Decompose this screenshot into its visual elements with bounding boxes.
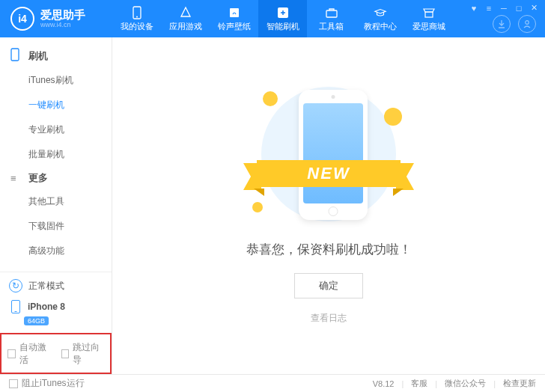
wechat-link[interactable]: 微信公众号	[445, 378, 486, 389]
sidebar-item-advanced[interactable]: 高级功能	[0, 239, 112, 263]
top-nav: 我的设备 应用游戏 铃声壁纸 智能刷机 工具箱 教程中心 爱思商城	[112, 0, 453, 37]
device-icon	[130, 6, 144, 19]
nav-my-device[interactable]: 我的设备	[112, 0, 161, 37]
app-body: 刷机 iTunes刷机 一键刷机 专业刷机 批量刷机 ≡ 更多 其他工具 下载固…	[0, 37, 545, 374]
svg-rect-5	[425, 12, 433, 17]
refresh-icon: ↻	[9, 279, 22, 293]
nav-toolbox[interactable]: 工具箱	[307, 0, 356, 37]
download-button[interactable]	[493, 15, 511, 33]
device-name: iPhone 8	[28, 301, 65, 312]
phone-icon	[11, 300, 20, 313]
block-itunes-checkbox[interactable]: 阻止iTunes运行	[9, 377, 85, 390]
user-icon	[523, 19, 532, 28]
svg-point-6	[526, 21, 529, 25]
support-link[interactable]: 客服	[411, 378, 427, 389]
sidebar-item-pro-flash[interactable]: 专业刷机	[0, 117, 112, 142]
nav-store[interactable]: 爱思商城	[404, 0, 453, 37]
account-button[interactable]	[518, 15, 536, 33]
auto-activate-checkbox[interactable]: 自动激活	[7, 341, 51, 367]
phone-illustration	[299, 90, 368, 220]
nav-tutorials[interactable]: 教程中心	[356, 0, 404, 37]
nav-ringtones[interactable]: 铃声壁纸	[210, 0, 258, 37]
new-ribbon: NEW	[246, 157, 411, 190]
flash-icon	[276, 6, 290, 19]
checkbox-icon	[9, 379, 18, 388]
more-section-icon: ≡	[10, 173, 22, 184]
svg-rect-4	[326, 10, 337, 17]
nav-apps[interactable]: 应用游戏	[161, 0, 210, 37]
device-row[interactable]: iPhone 8	[7, 296, 104, 315]
success-illustration: NEW	[246, 79, 411, 229]
brand-area: i4 爱思助手 www.i4.cn	[0, 7, 112, 31]
header-actions	[493, 15, 536, 33]
ringtone-icon	[228, 6, 241, 19]
svg-point-1	[136, 16, 138, 17]
minimize-button[interactable]: ─	[499, 4, 509, 13]
sidebar-item-batch-flash[interactable]: 批量刷机	[0, 142, 112, 167]
sidebar-item-itunes-flash[interactable]: iTunes刷机	[0, 68, 112, 93]
bottom-options: 自动激活 跳过向导	[0, 333, 112, 374]
check-update-link[interactable]: 检查更新	[503, 378, 536, 389]
ok-button[interactable]: 确定	[294, 273, 363, 298]
skin-button[interactable]: ♥	[469, 4, 479, 13]
maximize-button[interactable]: □	[514, 4, 524, 13]
brand-name: 爱思助手	[40, 9, 85, 22]
sidebar-item-oneclick-flash[interactable]: 一键刷机	[0, 93, 112, 117]
nav-flash[interactable]: 智能刷机	[258, 0, 307, 37]
view-log-link[interactable]: 查看日志	[311, 312, 347, 325]
close-button[interactable]: ✕	[529, 3, 539, 13]
version-label: V8.12	[373, 379, 395, 388]
tutorial-icon	[374, 6, 387, 19]
brand-site: www.i4.cn	[40, 21, 85, 28]
sidebar-item-other-tools[interactable]: 其他工具	[0, 189, 112, 214]
download-icon	[497, 19, 506, 28]
flash-section-icon	[10, 48, 22, 64]
toolbox-icon	[325, 6, 338, 19]
status-bar: 阻止iTunes运行 V8.12 | 客服 | 微信公众号 | 检查更新	[0, 374, 545, 392]
sidebar-item-download-firmware[interactable]: 下载固件	[0, 214, 112, 239]
brand-logo: i4	[10, 7, 34, 31]
storage-badge: 64GB	[24, 316, 49, 325]
checkbox-icon	[7, 349, 16, 358]
checkbox-icon	[61, 349, 70, 358]
sidebar: 刷机 iTunes刷机 一键刷机 专业刷机 批量刷机 ≡ 更多 其他工具 下载固…	[0, 37, 112, 374]
app-header: i4 爱思助手 www.i4.cn 我的设备 应用游戏 铃声壁纸 智能刷机 工具…	[0, 0, 545, 37]
store-icon	[422, 6, 436, 19]
main-content: NEW 恭喜您，保资料刷机成功啦！ 确定 查看日志	[112, 37, 545, 374]
success-message: 恭喜您，保资料刷机成功啦！	[246, 241, 412, 258]
sidebar-section-more: ≡ 更多	[0, 167, 112, 189]
menu-button[interactable]: ≡	[484, 4, 494, 13]
window-controls: ♥ ≡ ─ □ ✕	[469, 3, 539, 13]
mode-row[interactable]: ↻ 正常模式	[7, 275, 104, 296]
sidebar-section-flash: 刷机	[0, 43, 112, 68]
svg-rect-7	[11, 49, 19, 61]
skip-wizard-checkbox[interactable]: 跳过向导	[61, 341, 105, 367]
device-status: ↻ 正常模式 iPhone 8 64GB	[0, 272, 112, 333]
apps-icon	[179, 6, 192, 19]
mode-label: 正常模式	[28, 280, 64, 293]
